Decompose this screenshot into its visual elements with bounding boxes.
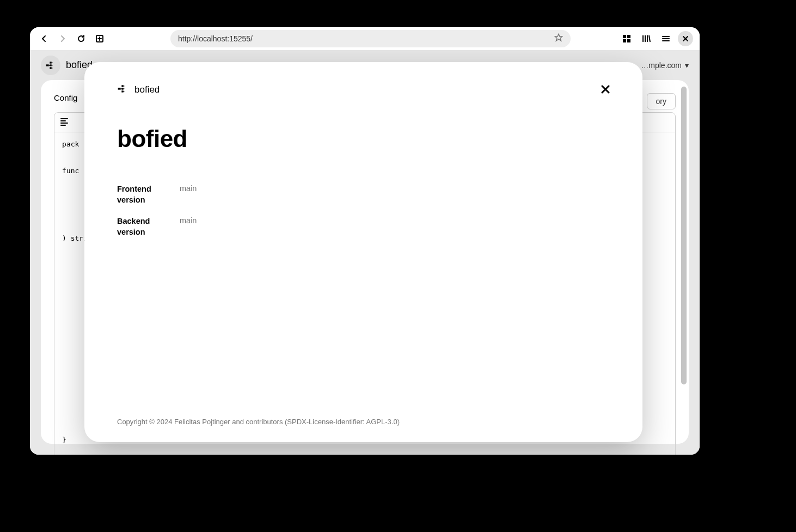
window-close-button[interactable]	[678, 31, 693, 46]
url-text: http://localhost:15255/	[178, 34, 253, 43]
svg-rect-36	[124, 91, 125, 92]
svg-rect-32	[121, 90, 123, 92]
svg-rect-33	[121, 88, 122, 89]
svg-rect-30	[121, 85, 123, 87]
svg-rect-35	[124, 88, 125, 89]
library-icon[interactable]	[639, 31, 654, 46]
svg-marker-3	[555, 34, 562, 41]
version-value-backend: main	[180, 216, 197, 237]
svg-rect-5	[627, 35, 630, 38]
modal-brand: bofied	[117, 83, 160, 96]
browser-toolbar: http://localhost:15255/	[30, 27, 700, 50]
forward-button[interactable]	[55, 31, 70, 46]
modal-brand-name: bofied	[134, 84, 160, 95]
version-label-backend: Backend version	[117, 216, 180, 237]
modal-overlay: bofied bofied Frontend version main Back…	[30, 50, 700, 455]
version-row: Frontend version main	[117, 184, 610, 205]
reload-button[interactable]	[74, 31, 89, 46]
app-content: bofied …mple.com ▾ Config ory pack	[30, 50, 700, 455]
version-value-frontend: main	[180, 184, 197, 205]
bookmark-star-icon[interactable]	[554, 33, 563, 44]
browser-window: http://localhost:15255/	[30, 27, 700, 455]
svg-rect-6	[623, 39, 626, 42]
new-tab-button[interactable]	[92, 31, 107, 46]
modal-close-button[interactable]	[601, 83, 610, 97]
url-bar[interactable]: http://localhost:15255/	[170, 30, 571, 47]
modal-title: bofied	[117, 125, 610, 152]
about-modal: bofied bofied Frontend version main Back…	[84, 62, 642, 442]
menu-icon[interactable]	[658, 31, 673, 46]
grid-icon[interactable]	[619, 31, 634, 46]
modal-header: bofied	[117, 83, 610, 97]
version-label-frontend: Frontend version	[117, 184, 180, 205]
svg-rect-34	[124, 85, 125, 87]
svg-rect-7	[627, 39, 630, 42]
modal-logo-icon	[117, 83, 128, 96]
svg-rect-4	[623, 35, 626, 38]
svg-line-11	[649, 35, 650, 42]
modal-footer: Copyright © 2024 Felicitas Pojtinger and…	[117, 418, 610, 426]
back-button[interactable]	[36, 31, 52, 46]
version-table: Frontend version main Backend version ma…	[117, 184, 610, 248]
toolbar-right	[619, 31, 693, 46]
svg-rect-31	[121, 88, 123, 89]
version-row: Backend version main	[117, 216, 610, 237]
svg-rect-29	[118, 88, 121, 89]
